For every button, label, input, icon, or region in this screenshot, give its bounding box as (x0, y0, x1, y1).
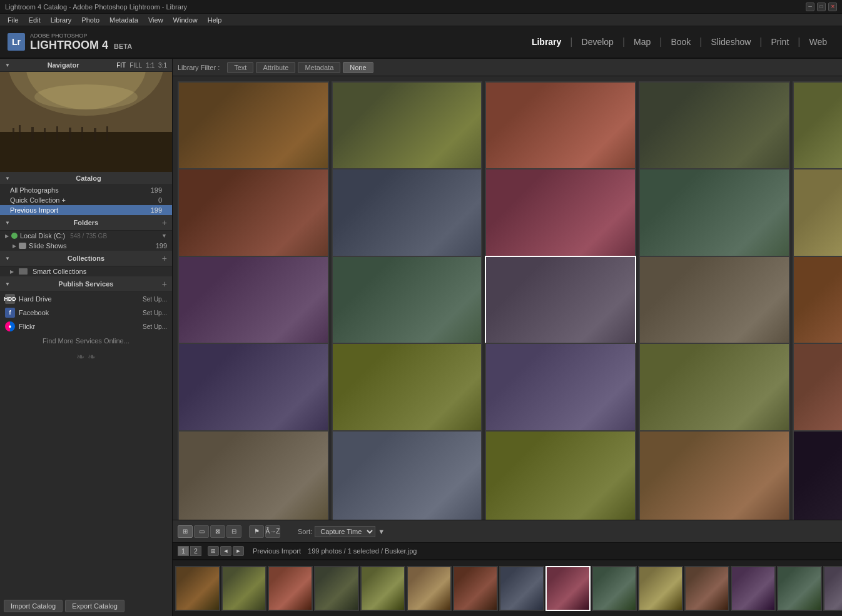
svg-rect-11 (81, 127, 83, 141)
filmstrip-next-btn[interactable]: ► (233, 546, 244, 556)
photo-cell-26[interactable] (332, 430, 483, 520)
photo-cell-25[interactable] (178, 430, 329, 520)
svg-rect-8 (44, 128, 46, 141)
hard-drive-setup[interactable]: Set Up... (143, 296, 167, 303)
menu-library[interactable]: Library (46, 15, 77, 25)
tab-web[interactable]: Web (801, 34, 834, 49)
nav-tabs: Library | Develop | Map | Book | Slidesh… (524, 34, 834, 49)
sort-label: Sort: (298, 528, 312, 535)
menu-help[interactable]: Help (203, 15, 227, 25)
facebook-publish[interactable]: f Facebook Set Up... (0, 306, 172, 320)
tab-book[interactable]: Book (663, 34, 698, 49)
disk-dropdown[interactable]: ▼ (161, 233, 167, 239)
tab-print[interactable]: Print (764, 34, 797, 49)
loupe-view-button[interactable]: ▭ (194, 525, 209, 538)
svg-rect-13 (106, 126, 108, 141)
nav-fit[interactable]: FIT (116, 62, 126, 69)
page-2[interactable]: 2 (190, 546, 201, 556)
find-more-services[interactable]: Find More Services Online... (0, 333, 172, 348)
film-thumb-10[interactable] (592, 566, 637, 611)
window-controls[interactable]: ─ □ ✕ (806, 3, 837, 11)
import-catalog-button[interactable]: Import Catalog (4, 600, 63, 612)
hard-drive-publish[interactable]: HDD Hard Drive Set Up... (0, 292, 172, 306)
nav-fill[interactable]: FILL (129, 62, 142, 69)
adobe-label: ADOBE PHOTOSHOP (30, 33, 132, 39)
film-thumb-2[interactable] (221, 566, 266, 611)
slideshows-folder[interactable]: ▶ Slide Shows 199 (0, 241, 172, 251)
film-thumb-12[interactable] (684, 566, 729, 611)
film-thumb-7[interactable] (453, 566, 498, 611)
film-thumb-8[interactable] (499, 566, 544, 611)
filter-text-button[interactable]: Text (227, 62, 253, 73)
title-bar: Lightroom 4 Catalog - Adobe Photoshop Li… (0, 0, 842, 14)
photo-cell-28[interactable] (639, 430, 790, 520)
minimize-button[interactable]: ─ (806, 3, 814, 11)
menu-edit[interactable]: Edit (24, 15, 46, 25)
navigator-header[interactable]: ▼ Navigator FIT FILL 1:1 3:1 (0, 59, 172, 72)
folders-title: Folders (74, 219, 99, 226)
filmstrip-pages: 1 2 (178, 546, 201, 556)
folders-header[interactable]: ▼ Folders + (0, 215, 172, 231)
film-thumb-11[interactable] (638, 566, 683, 611)
smart-collections-item[interactable]: ▶ Smart Collections (0, 266, 172, 276)
sort-asc-button[interactable]: Ã→Z (265, 525, 280, 538)
filter-metadata-button[interactable]: Metadata (298, 62, 340, 73)
film-thumb-4[interactable] (314, 566, 359, 611)
catalog-quick-collection[interactable]: Quick Collection + 0 (0, 195, 172, 205)
nav-1-1[interactable]: 1:1 (146, 62, 155, 69)
filter-none-button[interactable]: None (343, 62, 373, 73)
export-catalog-button[interactable]: Export Catalog (65, 600, 124, 612)
nav-3-1[interactable]: 3:1 (158, 62, 167, 69)
filmstrip-prev-btn[interactable]: ◄ (220, 546, 231, 556)
sort-direction[interactable]: ▼ (378, 528, 385, 535)
folders-add[interactable]: + (162, 218, 167, 228)
catalog-previous-import[interactable]: Previous Import 199 (0, 205, 172, 215)
menu-file[interactable]: File (3, 15, 24, 25)
film-thumb-3[interactable] (268, 566, 313, 611)
facebook-label: Facebook (19, 309, 49, 316)
compare-view-button[interactable]: ⊠ (210, 525, 225, 538)
film-thumb-1[interactable] (175, 566, 220, 611)
navigator-preview[interactable] (0, 72, 172, 172)
collections-header[interactable]: ▼ Collections + (0, 251, 172, 266)
tab-slideshow[interactable]: Slideshow (704, 34, 759, 49)
svg-point-14 (34, 84, 138, 109)
film-thumb-13[interactable] (731, 566, 776, 611)
photo-cell-29[interactable] (793, 430, 842, 520)
menu-bar: File Edit Library Photo Metadata View Wi… (0, 14, 842, 26)
facebook-setup[interactable]: Set Up... (143, 310, 167, 316)
survey-view-button[interactable]: ⊟ (226, 525, 241, 538)
menu-photo[interactable]: Photo (76, 15, 104, 25)
svg-rect-7 (31, 127, 34, 141)
catalog-header[interactable]: ▼ Catalog (0, 172, 172, 185)
film-thumb-5[interactable] (360, 566, 405, 611)
film-thumb-14[interactable] (777, 566, 822, 611)
menu-window[interactable]: Window (168, 15, 203, 25)
collections-add[interactable]: + (162, 253, 167, 263)
filmstrip-grid-btn[interactable]: ⊞ (208, 546, 219, 556)
view-mode-buttons: ⊞ ▭ ⊠ ⊟ (178, 525, 241, 538)
folder-icon (19, 243, 26, 249)
page-1[interactable]: 1 (178, 546, 189, 556)
publish-services-header[interactable]: ▼ Publish Services + (0, 276, 172, 292)
catalog-all-photos[interactable]: All Photographs 199 (0, 185, 172, 195)
tab-map[interactable]: Map (626, 34, 658, 49)
filter-attribute-button[interactable]: Attribute (256, 62, 295, 73)
photo-cell-27[interactable] (485, 430, 636, 520)
menu-metadata[interactable]: Metadata (104, 15, 143, 25)
maximize-button[interactable]: □ (817, 3, 826, 11)
film-thumb-15[interactable] (823, 566, 842, 611)
local-disk-item[interactable]: ▶ Local Disk (C:) 548 / 735 GB ▼ (0, 231, 172, 241)
film-thumb-9[interactable] (545, 566, 591, 611)
sort-select[interactable]: Capture Time (315, 526, 375, 537)
menu-view[interactable]: View (143, 15, 168, 25)
film-thumb-6[interactable] (407, 566, 452, 611)
publish-services-add[interactable]: + (162, 279, 167, 289)
flickr-publish[interactable]: ● Flickr Set Up... (0, 320, 172, 333)
grid-view-button[interactable]: ⊞ (178, 525, 193, 538)
tab-develop[interactable]: Develop (574, 34, 621, 49)
flag-button[interactable]: ⚑ (249, 525, 264, 538)
close-button[interactable]: ✕ (828, 3, 837, 11)
tab-library[interactable]: Library (524, 34, 569, 49)
flickr-setup[interactable]: Set Up... (143, 323, 167, 330)
